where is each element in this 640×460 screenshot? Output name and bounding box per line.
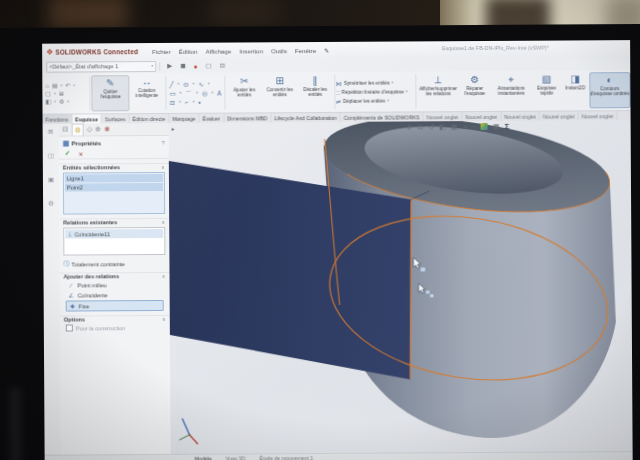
display-style-icon[interactable]: ◑ [462,123,466,130]
rapid-sketch-button[interactable]: ▧ Esquisse rapide [532,73,562,109]
repair-sketch-label: Réparer l'esquisse [459,86,491,97]
feature-tree-icon[interactable]: ⊞ [48,128,54,136]
existing-relations-header[interactable]: Relations existantes ∧ [59,218,169,226]
display-state-dropdown[interactable]: <Défaut>_État d'affichage 1 ▾ [46,61,156,73]
new-document-icon[interactable]: ▢ [45,90,51,97]
save-icon[interactable]: ▤ [52,82,58,89]
ellipse-tool-icon[interactable]: ◎ [202,89,208,96]
ok-button[interactable]: ✓ [65,150,71,158]
menu-edition[interactable]: Édition [179,47,198,54]
pencil-icon[interactable]: ✎ [324,46,329,53]
pause-icon[interactable]: ◼ [180,62,185,70]
menu-outils[interactable]: Outils [271,47,287,54]
chevron-down-icon: ▾ [406,89,408,93]
view-orientation-icon[interactable]: ▦ [451,123,458,131]
chevron-up-icon: ∧ [162,316,166,322]
relation-option-midpoint[interactable]: ∕ Point milieu [66,280,164,290]
display-relations-button[interactable]: ⟂ Afficher/supprimer les relations [418,73,460,109]
slot-tool-icon[interactable]: ⊡ [170,98,175,105]
shaded-sketch-contours-button[interactable]: ◐ Contours d'esquisse ombrés [589,72,631,108]
mirror-entities-button[interactable]: ⋈ Symétriser les entités ▾ [336,79,415,86]
settings-icon[interactable]: ⚙ [48,200,54,208]
sketch-point[interactable] [420,267,425,271]
add-relations-header[interactable]: Ajouter des relations ∧ [60,272,170,280]
3d-views-tab[interactable]: Vues 3D [226,455,246,460]
for-construction-checkbox[interactable] [66,325,73,332]
circle-tool-icon[interactable]: ⊙ [183,80,188,87]
featuremanager-tab-icon[interactable]: ⊟ [63,126,69,134]
home-icon[interactable]: ⌂ [45,82,49,89]
print-icon[interactable]: ⊞ [59,90,64,97]
spline-tool-icon[interactable]: ∿ [198,80,203,87]
existing-relations-listbox[interactable]: ⊥ Coïncidente11 [63,227,165,256]
menu-affichage[interactable]: Affichage [206,47,232,54]
scene-icon[interactable]: ▦ [493,122,500,130]
model-tab[interactable]: Modèle [195,456,212,460]
smart-dimension-button[interactable]: ↔ Cotation intelligente [129,75,165,111]
chevron-down-icon: ▾ [211,89,213,96]
zoom-area-icon[interactable]: ⊡ [417,123,423,131]
featuremanager-flyout-arrow[interactable]: ▸ [172,125,175,132]
list-item[interactable]: Ligne1 [65,174,163,183]
offset-entities-button[interactable]: ∥ Décaler les entités [297,74,333,110]
hide-show-icon[interactable]: ◔ [472,123,476,130]
display-pane-icon[interactable]: ◫ [48,152,54,160]
move-entities-button[interactable]: ⇄ Déplacer les entités ▾ [336,97,415,104]
options-gear-icon[interactable]: ⚙ [59,98,64,105]
view-cube-icon[interactable] [481,123,488,130]
sketch-point[interactable] [430,294,433,297]
display-manager-tab-icon[interactable]: ❀ [104,125,110,133]
quick-snaps-button[interactable]: ⌖ Aimantations instantanées [490,73,532,109]
selected-entities-header[interactable]: Entités sélectionnées ∧ [59,163,169,171]
zoom-fit-icon[interactable]: ⊕ [407,123,413,131]
chevron-down-icon: ▾ [208,80,210,87]
configurations-tab-icon[interactable]: ◇ [87,125,92,133]
menu-insertion[interactable]: Insertion [239,47,263,54]
previous-view-icon[interactable]: ↺ [428,123,434,131]
list-item[interactable]: Point2 [65,183,163,192]
options-header[interactable]: Options ∧ [60,315,170,323]
relation-option-fix[interactable]: ✚ Fixe [66,300,164,312]
help-icon[interactable]: ? [161,139,164,145]
point-tool-icon[interactable]: • [198,98,200,105]
rectangle-tool-icon[interactable]: ▭ [170,89,176,96]
document-icon[interactable]: ▢ [206,62,212,70]
relation-item[interactable]: ⊥ Coïncidente11 [65,229,163,239]
exit-sketch-button[interactable]: ✎ Quitter l'esquisse [92,75,130,111]
shaded-sketch-contours-icon: ◐ [607,74,613,86]
selected-entities-listbox[interactable]: Ligne1 Point2 [63,172,165,215]
dimxpert-tab-icon[interactable]: ⊕ [95,125,101,133]
trim-entities-button[interactable]: ✂ Ajuster les entités [226,74,262,110]
cancel-button[interactable]: ✕ [78,150,83,157]
equations-sigma-icon[interactable]: Σ [505,122,510,131]
midpoint-icon: ∕ [68,282,75,288]
chevron-down-icon: ▾ [179,98,181,105]
arc-tool-icon[interactable]: ⌒ [186,89,193,96]
screen-capture-icon[interactable]: ⊡ [220,62,226,70]
sketch-point[interactable] [426,290,430,294]
monitor: ❖ SOLIDWORKS Connected Fichier Édition A… [0,24,640,460]
fillet-tool-icon[interactable]: ⌐ [185,98,189,105]
chevron-up-icon: ∧ [162,273,166,279]
offset-entities-label: Décaler les entités [297,87,333,98]
open-icon[interactable]: ◧ [45,98,51,105]
linear-pattern-button[interactable]: ∷ Répétition linéaire d'esquisse ▾ [336,88,415,95]
play-icon[interactable]: ▶ [167,62,172,70]
undo-icon[interactable]: ↶ [65,82,70,89]
3d-model-canvas[interactable] [169,120,633,454]
menu-fenetre[interactable]: Fenêtre [295,47,316,54]
propertymanager-tab-icon[interactable]: ⚙ [71,123,83,135]
convert-entities-button[interactable]: ⊞ Convertir les entités [262,74,298,110]
relation-option-coincident[interactable]: ∠ Coïncidente [66,290,164,300]
text-tool-icon[interactable]: A [217,89,221,96]
line-tool-icon[interactable]: ╱ [170,80,174,87]
menu-fichier[interactable]: Fichier [152,47,171,54]
section-view-icon[interactable]: ◧ [439,123,446,131]
constraint-status-label: Totalement contrainte [71,261,125,267]
instant2d-button[interactable]: ◨ Instant2D [561,72,589,108]
motion-study-tab[interactable]: Étude de mouvement 1 [259,455,313,460]
record-icon[interactable]: ● [194,62,198,69]
configurations-icon[interactable]: ▣ [48,176,54,184]
graphics-viewport[interactable]: ▸ ⊕ ⊡ ↺ ◧ ▦ ◑ ◔ ▦ Σ [169,120,633,454]
repair-sketch-button[interactable]: ⚙ Réparer l'esquisse [459,73,491,109]
